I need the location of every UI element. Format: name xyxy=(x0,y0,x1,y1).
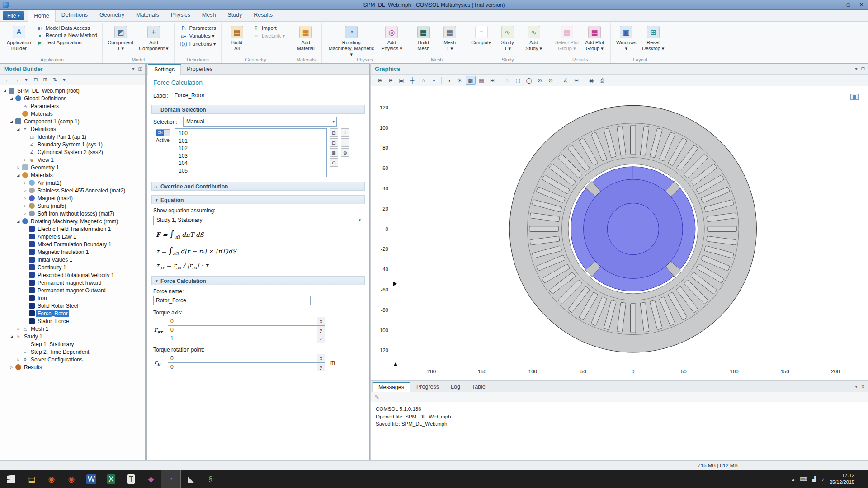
domain-list-item[interactable]: 105 xyxy=(175,167,326,175)
tree-settings-icon[interactable]: ▾ xyxy=(60,76,68,84)
tree-root[interactable]: ◢ SPM_DL_Web.mph (root) xyxy=(0,87,145,94)
domain-list-item[interactable]: 104 xyxy=(175,160,326,167)
transparency-icon[interactable]: ▩ xyxy=(466,76,476,85)
deselect-icon[interactable]: ⊘ xyxy=(535,76,545,85)
windows-button[interactable]: ▣ Windows ▾ xyxy=(613,24,639,52)
tree-expander-icon[interactable]: ▷ xyxy=(23,188,28,192)
design-app-icon[interactable]: ◆ xyxy=(141,470,161,488)
tree-expander-icon[interactable]: ◢ xyxy=(9,119,14,123)
add-to-selection-icon[interactable]: + xyxy=(341,128,349,137)
plot-frame[interactable]: -200-150-100-50050100150200 120100806040… xyxy=(394,91,861,366)
messages-tab[interactable]: Messages xyxy=(372,382,410,392)
tree-study-1[interactable]: ◢ ∿ Study 1 xyxy=(0,333,145,340)
domain-selection-header[interactable]: Domain Selection xyxy=(151,105,365,114)
forward-icon[interactable]: → xyxy=(13,76,21,84)
domain-list-item[interactable]: 100 xyxy=(175,130,326,137)
torque-axis-input[interactable]: 1 xyxy=(168,334,317,343)
livelink-button[interactable]: ∞ LiveLink ▾ xyxy=(251,32,287,39)
expand-all-icon[interactable]: ⊞ xyxy=(41,76,49,84)
volume-icon[interactable]: ♪ xyxy=(821,476,824,482)
zoom-to-selection-icon[interactable]: ⊙ xyxy=(330,158,338,167)
tree-boundary-system-1[interactable]: ∠ Boundary System 1 (sys 1) xyxy=(0,141,145,148)
component-1-button[interactable]: ◩ Component 1 ▾ xyxy=(105,24,136,52)
tree-expander-icon[interactable]: ▷ xyxy=(23,196,28,200)
import-button[interactable]: ↧ Import xyxy=(251,25,287,31)
file-explorer-icon[interactable]: ▤ xyxy=(22,470,42,488)
tree-iron[interactable]: Iron xyxy=(0,294,145,302)
messages-tab[interactable]: Table xyxy=(466,382,491,392)
keyboard-icon[interactable]: ⌨ xyxy=(800,476,807,482)
tree-initial-values-1[interactable]: Initial Values 1 xyxy=(0,256,145,263)
firefox-icon[interactable]: ◉ xyxy=(42,470,61,488)
domain-list-item[interactable]: 101 xyxy=(175,137,326,145)
tree-materials[interactable]: ◢ Materials xyxy=(0,171,145,179)
collapse-all-icon[interactable]: ⊟ xyxy=(32,76,40,84)
tree-cylindrical-system-2[interactable]: ∠ Cylindrical System 2 (sys2) xyxy=(0,148,145,156)
zoom-in-icon[interactable]: ⊕ xyxy=(375,76,385,85)
measure-icon[interactable]: ∡ xyxy=(561,76,571,85)
ribbon-tab[interactable]: Definitions xyxy=(56,9,94,21)
tree-magnetic-insulation-1[interactable]: Magnetic Insulation 1 xyxy=(0,248,145,256)
tree-prescribed-rotational-velocity-1[interactable]: Prescribed Rotational Velocity 1 xyxy=(0,271,145,279)
zoom-selected-icon[interactable]: ⊙ xyxy=(546,76,556,85)
tree-results[interactable]: ▷ Results xyxy=(0,363,145,371)
comsol-icon[interactable]: ◔ xyxy=(161,470,181,488)
tree-step-2-time-dependent[interactable]: = Step 2: Time Dependent xyxy=(0,348,145,356)
tree-expander-icon[interactable]: ◢ xyxy=(16,173,21,177)
settings-tab[interactable]: Properties xyxy=(181,64,218,74)
show-menu-icon[interactable]: ▾ xyxy=(22,76,30,84)
build-all-button[interactable]: ▤ Build All xyxy=(224,24,250,52)
domain-list-item[interactable]: 102 xyxy=(175,145,326,152)
tree-mesh-1[interactable]: ▷ △ Mesh 1 xyxy=(0,325,145,333)
model-builder-menu-icon[interactable]: ▾ xyxy=(132,66,135,71)
tree-expander-icon[interactable]: ▷ xyxy=(23,211,28,216)
go-to-default-view-icon[interactable]: ⌂ xyxy=(418,76,428,85)
ribbon-tab[interactable]: Home xyxy=(28,9,55,22)
plot-area[interactable]: -200-150-100-50050100150200 120100806040… xyxy=(371,86,868,380)
tree-expander-icon[interactable]: ▷ xyxy=(16,327,21,331)
study-assumption-dropdown[interactable]: Study 1, Stationary ▾ xyxy=(153,216,363,225)
selection-dropdown[interactable]: Manual ▾ xyxy=(183,117,337,127)
tree-component-1[interactable]: ◢ Component 1 (comp 1) xyxy=(0,117,145,125)
variables-button[interactable]: a= Variables ▾ xyxy=(179,32,218,39)
close-button[interactable]: ✕ xyxy=(855,0,868,9)
tree-material-magnet[interactable]: ▷ Magnet (mat4) xyxy=(0,194,145,202)
reset-desktop-button[interactable]: ⊞ Reset Desktop ▾ xyxy=(640,24,666,52)
zoom-out-icon[interactable]: ⊖ xyxy=(386,76,396,85)
tree-expander-icon[interactable]: ◢ xyxy=(9,96,14,100)
grid-icon[interactable]: ⊞ xyxy=(487,76,497,85)
ribbon-tab[interactable]: Physics xyxy=(165,9,196,21)
add-study-button[interactable]: ∿ Add Study ▾ xyxy=(521,24,547,52)
torque-axis-input[interactable]: 0 xyxy=(168,325,317,334)
tree-geometry-1[interactable]: ▷ Geometry 1 xyxy=(0,164,145,171)
move-node-icon[interactable]: ⇅ xyxy=(51,76,59,84)
tree-expander-icon[interactable]: ◢ xyxy=(16,127,21,131)
add-component-button[interactable]: + Add Component ▾ xyxy=(137,24,170,52)
select-plot-group-button[interactable]: ▦ Select Plot Group ▾ xyxy=(553,24,581,52)
force-name-input[interactable]: Rotor_Force xyxy=(153,296,311,305)
add-physics-button[interactable]: ◎ Add Physics ▾ xyxy=(379,24,404,58)
tree-global-materials[interactable]: Materials xyxy=(0,110,145,117)
messages-menu-icon[interactable]: ▾ xyxy=(855,384,858,389)
tree-amperes-law-1[interactable]: Ampère's Law 1 xyxy=(0,233,145,240)
print-icon[interactable]: ⎙ xyxy=(597,76,607,85)
tree-material-air[interactable]: ▷ Air (mat1) xyxy=(0,179,145,187)
file-menu-button[interactable]: File▾ xyxy=(3,11,24,20)
tree-expander-icon[interactable]: ▷ xyxy=(16,165,21,169)
tree-definitions[interactable]: ◢ ≡ Definitions xyxy=(0,125,145,133)
tree-force-rotor[interactable]: Force_Rotor xyxy=(0,310,145,317)
tree-expander-icon[interactable]: ◢ xyxy=(9,334,14,338)
tree-expander-icon[interactable]: ▷ xyxy=(23,204,28,208)
tree-rmm[interactable]: ◢ Rotating Machinery, Magnetic (rmm) xyxy=(0,217,145,225)
box-select-icon[interactable]: ▢ xyxy=(513,76,523,85)
clip-plane-icon[interactable]: ⊟ xyxy=(571,76,581,85)
compute-button[interactable]: = Compute xyxy=(469,24,494,52)
torque-point-input[interactable]: 0 xyxy=(168,362,317,371)
graphics-toolbar-icon[interactable] xyxy=(500,77,500,84)
excel-icon[interactable]: X xyxy=(101,470,121,488)
record-new-method-button[interactable]: ● Record a New Method xyxy=(35,32,99,38)
plot-legend-icon[interactable] xyxy=(850,94,859,100)
modeling-app-icon[interactable]: ◣ xyxy=(181,470,201,488)
messages-close-icon[interactable]: ✕ xyxy=(861,384,865,389)
rotating-machinery-magnetic-button[interactable]: ◔ Rotating Machinery, Magnetic ▾ xyxy=(325,24,378,58)
